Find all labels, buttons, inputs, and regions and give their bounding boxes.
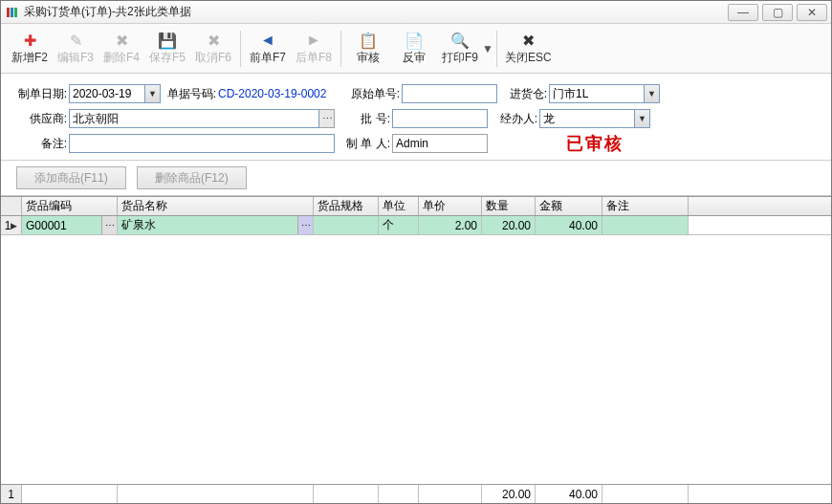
footer-idx: 1 [1,485,22,503]
check-doc-icon: 📋 [359,31,378,50]
delete-button[interactable]: ✖删除F4 [99,27,144,71]
cell-amt[interactable]: 40.00 [536,216,602,234]
svg-rect-1 [11,8,13,17]
app-window: 采购订货单(订单)-共2张此类单据 — ▢ ✕ ✚新增F2 ✎编辑F3 ✖删除F… [0,0,832,504]
minimize-button[interactable]: — [728,4,758,21]
col-amt[interactable]: 金额 [536,197,602,215]
remark-label: 备注: [16,136,69,152]
svg-rect-0 [7,8,10,17]
grid-buttons: 添加商品(F11) 删除商品(F12) [1,161,831,196]
cancel-button[interactable]: ✖取消F6 [190,27,236,71]
print-dropdown[interactable]: ▼ [483,27,493,71]
col-price[interactable]: 单价 [419,197,482,215]
supplier-label: 供应商: [16,111,69,127]
grid-body: 1▶ G00001⋯ 矿泉水⋯ 个 2.00 20.00 40.00 [1,216,831,484]
ellipsis-icon[interactable]: ⋯ [319,109,335,128]
cancel-icon: ✖ [204,31,223,50]
toolbar-separator [240,31,241,67]
col-unit[interactable]: 单位 [379,197,419,215]
batch-field[interactable] [392,109,488,128]
print-icon: 🔍 [450,31,470,50]
wh-field[interactable]: 门市1L▼ [549,84,660,103]
maker-field: Admin [392,134,488,153]
toolbar-separator [496,31,497,67]
cell-note[interactable] [602,216,689,234]
save-button[interactable]: 💾保存F5 [144,27,190,71]
add-item-button[interactable]: 添加商品(F11) [16,166,126,189]
toolbar-separator [340,31,341,67]
arrow-right-icon: ► [304,31,323,50]
col-name[interactable]: 货品名称 [118,197,314,215]
save-icon: 💾 [158,31,177,50]
cell-unit[interactable]: 个 [379,216,419,234]
maximize-button[interactable]: ▢ [762,4,793,21]
date-field[interactable]: 2020-03-19▼ [69,84,161,103]
delete-icon: ✖ [112,31,131,50]
form-panel: 制单日期: 2020-03-19▼ 单据号码: CD-2020-03-19-00… [1,74,831,161]
grid-footer: 1 20.00 40.00 [1,484,831,503]
window-title: 采购订货单(订单)-共2张此类单据 [24,4,724,20]
supplier-field[interactable]: 北京朝阳⋯ [69,109,335,128]
unaudit-button[interactable]: 📄反审 [391,27,437,71]
plus-icon: ✚ [20,31,39,50]
chevron-down-icon[interactable]: ▼ [145,84,161,103]
origno-field[interactable] [402,84,497,103]
toolbar: ✚新增F2 ✎编辑F3 ✖删除F4 💾保存F5 ✖取消F6 ◄前单F7 ►后单F… [1,24,831,74]
ellipsis-icon[interactable]: ⋯ [101,216,117,234]
handler-label: 经办人: [488,111,539,127]
row-marker: 1▶ [1,216,22,234]
audit-stamp: 已审核 [539,132,650,155]
arrow-left-icon: ◄ [258,31,277,50]
cell-spec[interactable] [314,216,379,234]
prev-button[interactable]: ◄前单F7 [245,27,291,71]
close-app-button[interactable]: ✖关闭ESC [501,27,556,71]
app-icon [5,5,20,20]
del-item-button[interactable]: 删除商品(F12) [137,166,247,189]
maker-label: 制 单 人: [335,136,392,152]
date-label: 制单日期: [16,86,69,102]
col-code[interactable]: 货品编码 [22,197,118,215]
footer-amt: 40.00 [536,485,602,503]
current-row-icon: ▶ [11,221,17,230]
edit-button[interactable]: ✎编辑F3 [53,27,99,71]
next-button[interactable]: ►后单F8 [291,27,337,71]
batch-label: 批 号: [335,111,392,127]
close-icon: ✖ [518,31,537,50]
chevron-down-icon[interactable]: ▼ [635,109,650,128]
wh-label: 进货仓: [497,86,549,102]
cell-name[interactable]: 矿泉水⋯ [118,216,314,234]
titlebar: 采购订货单(订单)-共2张此类单据 — ▢ ✕ [1,1,831,24]
ellipsis-icon[interactable]: ⋯ [297,216,313,234]
svg-rect-2 [14,8,17,17]
footer-qty: 20.00 [482,485,536,503]
remark-field[interactable] [69,134,335,153]
docno-label: 单据号码: [161,86,218,102]
origno-label: 原始单号: [344,86,402,102]
data-grid: 货品编码 货品名称 货品规格 单位 单价 数量 金额 备注 1▶ G00001⋯… [1,196,831,503]
audit-button[interactable]: 📋审核 [345,27,391,71]
docno-value: CD-2020-03-19-0002 [218,87,344,100]
close-button[interactable]: ✕ [797,4,827,21]
undo-doc-icon: 📄 [405,31,424,50]
edit-icon: ✎ [66,31,85,50]
col-note[interactable]: 备注 [602,197,689,215]
table-row[interactable]: 1▶ G00001⋯ 矿泉水⋯ 个 2.00 20.00 40.00 [1,216,831,235]
cell-code[interactable]: G00001⋯ [22,216,118,234]
chevron-down-icon[interactable]: ▼ [645,84,660,103]
col-qty[interactable]: 数量 [482,197,536,215]
cell-qty[interactable]: 20.00 [482,216,536,234]
print-button[interactable]: 🔍打印F9 [437,27,483,71]
window-controls: — ▢ ✕ [724,4,827,21]
grid-header: 货品编码 货品名称 货品规格 单位 单价 数量 金额 备注 [1,197,831,216]
col-spec[interactable]: 货品规格 [314,197,379,215]
new-button[interactable]: ✚新增F2 [7,27,53,71]
handler-field[interactable]: 龙▼ [539,109,650,128]
cell-price[interactable]: 2.00 [419,216,482,234]
